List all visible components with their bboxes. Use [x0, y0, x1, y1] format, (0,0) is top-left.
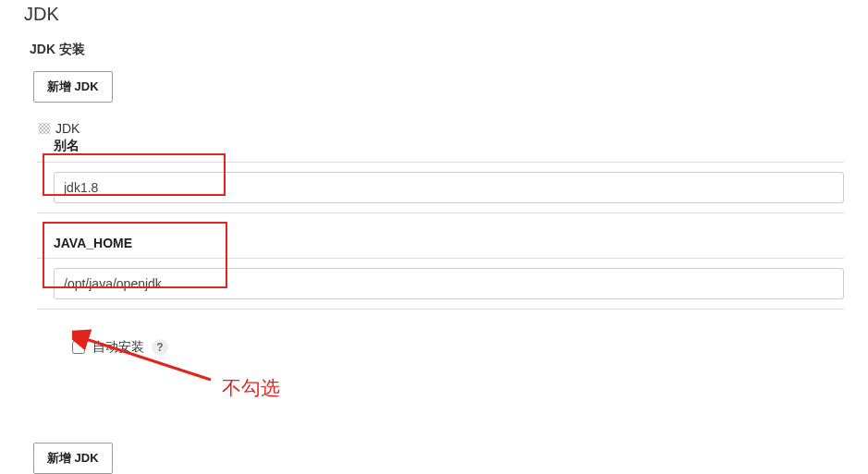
drag-handle-icon[interactable] — [39, 123, 50, 134]
section-title: JDK — [24, 4, 844, 25]
name-field-label: 别名 — [54, 138, 844, 154]
annotation-note: 不勾选 — [222, 375, 280, 401]
add-jdk-button-top[interactable]: 新增 JDK — [33, 71, 113, 103]
help-icon[interactable]: ? — [152, 339, 168, 356]
auto-install-checkbox[interactable] — [72, 341, 85, 354]
java-home-field-label: JAVA_HOME — [54, 236, 844, 250]
java-home-input[interactable] — [54, 268, 844, 299]
divider — [37, 309, 844, 310]
add-jdk-button-bottom[interactable]: 新增 JDK — [33, 443, 113, 474]
divider — [37, 162, 844, 163]
divider — [37, 258, 844, 259]
tool-type-label: JDK — [55, 121, 79, 136]
name-input[interactable] — [54, 172, 844, 203]
auto-install-label: 自动安装 — [92, 339, 144, 356]
install-title: JDK 安装 — [30, 42, 844, 58]
jdk-install-block: JDK 别名 JAVA_HOME 自动安装 ? — [39, 121, 844, 356]
divider — [37, 213, 844, 213]
